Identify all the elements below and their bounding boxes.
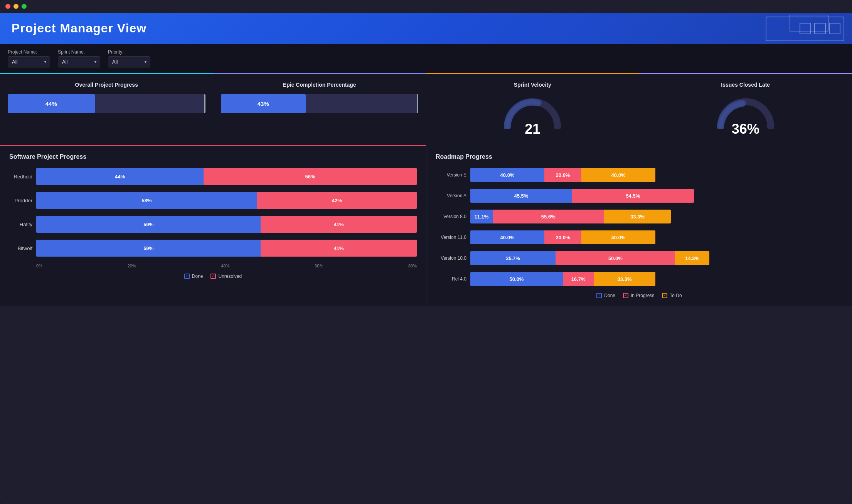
project-name-label: Project Name: [8, 49, 50, 55]
priority-select[interactable]: All [108, 56, 150, 67]
bar-todo: 14.3% [675, 251, 709, 265]
legend-done-label: Done [604, 293, 615, 298]
kpi-issues-closed-late: Issues Closed Late 36% [639, 73, 852, 145]
bar-done-prodder: 58% [36, 192, 257, 209]
bar-in-progress: 16.7% [563, 272, 594, 286]
bar-in-progress: 55.6% [493, 210, 604, 223]
bar-done-redhold: 44% [36, 168, 204, 185]
maximize-button[interactable] [22, 4, 27, 9]
legend-check-in-progress: ✓ [623, 293, 628, 298]
bar-done-bitwolf: 59% [36, 240, 261, 257]
overall-progress-title: Overall Project Progress [75, 82, 138, 88]
roadmap-label-version-8: Version 8.0 [436, 214, 466, 219]
bar-track-redhold: 44% 56% [36, 168, 417, 185]
sprint-name-select[interactable]: All [58, 56, 100, 67]
project-name-select[interactable]: All [8, 56, 50, 67]
window-chrome: Project Manager View Project Name: All S… [0, 0, 852, 504]
kpi-sprint-velocity: Sprint Velocity 21 [426, 73, 639, 145]
epic-completion-bar-fill: 43% [221, 94, 306, 113]
priority-select-wrapper: All [108, 56, 150, 67]
bar-unresolved-bitwolf: 41% [261, 240, 417, 257]
bar-label-hatity: Hatity [9, 222, 32, 227]
legend-check-todo: ✓ [662, 293, 667, 298]
priority-label: Priority: [108, 49, 150, 55]
roadmap-track-version-a: 45.5% 54.5% [470, 189, 694, 203]
bar-label-redhold: Redhold [9, 174, 32, 180]
kpi-epic-completion: Epic Completion Percentage 43% [213, 73, 426, 145]
axis-label: 20% [128, 264, 136, 268]
bar-done: 35.7% [470, 251, 556, 265]
sprint-name-select-wrapper: All [58, 56, 100, 67]
page-title: Project Manager View [12, 21, 840, 35]
filter-group-priority: Priority: All [108, 49, 150, 67]
legend-item-unresolved: ✓ Unresolved [210, 274, 242, 279]
epic-completion-title: Epic Completion Percentage [283, 82, 356, 88]
bar-done: 40.0% [470, 168, 544, 182]
kpi-overall-progress: Overall Project Progress 44% [0, 73, 213, 145]
epic-completion-bar-container: 43% [221, 94, 419, 113]
roadmap-label-version-a: Version A [436, 193, 466, 198]
legend-item-done: ✓ Done [184, 274, 203, 279]
table-row: Prodder 58% 42% [9, 192, 417, 209]
overall-progress-border [204, 94, 205, 113]
sprint-velocity-gauge: 21 [502, 94, 563, 137]
bar-done-hatity: 59% [36, 216, 261, 233]
epic-completion-value: 43% [258, 101, 269, 107]
bar-in-progress: 54.5% [572, 189, 694, 203]
axis-label: 60% [315, 264, 323, 268]
bar-unresolved-hatity: 41% [261, 216, 417, 233]
filters-bar: Project Name: All Sprint Name: All Prior… [0, 44, 852, 73]
table-row: Rel 4.0 50.0% 16.7% 33.3% [436, 272, 843, 286]
software-progress-title: Software Project Progress [9, 153, 417, 160]
close-button[interactable] [5, 4, 10, 9]
bar-unresolved-prodder: 42% [257, 192, 417, 209]
overall-progress-bar-container: 44% [8, 94, 205, 113]
software-bar-chart: Redhold 44% 56% Prodder 58% 42% [9, 168, 417, 268]
table-row: Version 11.0 40.0% 20.0% 40.0% [436, 230, 843, 244]
deco-square-1 [800, 23, 811, 34]
bar-done: 11.1% [470, 210, 493, 223]
software-legend: ✓ Done ✓ Unresolved [9, 274, 417, 279]
bar-in-progress: 20.0% [544, 230, 581, 244]
legend-item-todo: ✓ To Do [662, 293, 682, 298]
bar-track-prodder: 58% 42% [36, 192, 417, 209]
roadmap-track-version-11: 40.0% 20.0% 40.0% [470, 230, 655, 244]
roadmap-track-version-8: 11.1% 55.6% 33.3% [470, 210, 671, 223]
legend-item-done: ✓ Done [596, 293, 615, 298]
bar-in-progress: 50.0% [556, 251, 675, 265]
issues-closed-late-title: Issues Closed Late [721, 82, 770, 88]
filter-group-sprint: Sprint Name: All [58, 49, 100, 67]
legend-todo-label: To Do [670, 293, 682, 298]
legend-check-done: ✓ [184, 274, 190, 279]
header-banner: Project Manager View [0, 13, 852, 44]
table-row: Version E 40.0% 20.0% 40.0% [436, 168, 843, 182]
bar-label-bitwolf: Bitwolf [9, 245, 32, 251]
legend-item-in-progress: ✓ In Progress [623, 293, 654, 298]
bar-label-prodder: Prodder [9, 198, 32, 203]
bar-unresolved-redhold: 56% [204, 168, 417, 185]
sprint-velocity-value: 21 [525, 121, 540, 137]
issues-closed-late-gauge: 36% [715, 94, 776, 137]
roadmap-label-version-11: Version 11.0 [436, 235, 466, 240]
overall-progress-value: 44% [45, 101, 57, 107]
sprint-name-label: Sprint Name: [58, 49, 100, 55]
software-axis-labels: 0% 20% 40% 60% 80% [9, 264, 417, 268]
bar-in-progress: 20.0% [544, 168, 581, 182]
kpi-row: Overall Project Progress 44% Epic Comple… [0, 73, 852, 145]
legend-in-progress-label: In Progress [631, 293, 654, 298]
bar-done: 45.5% [470, 189, 572, 203]
table-row: Redhold 44% 56% [9, 168, 417, 185]
bar-track-bitwolf: 59% 41% [36, 240, 417, 257]
table-row: Hatity 59% 41% [9, 216, 417, 233]
bar-track-hatity: 59% 41% [36, 216, 417, 233]
roadmap-label-rel-4: Rel 4.0 [436, 276, 466, 282]
title-bar [0, 0, 852, 13]
roadmap-track-rel-4: 50.0% 16.7% 33.3% [470, 272, 655, 286]
legend-check-unresolved: ✓ [210, 274, 216, 279]
sprint-velocity-title: Sprint Velocity [514, 82, 551, 88]
charts-row: Software Project Progress Redhold 44% 56… [0, 145, 852, 306]
table-row: Version A 45.5% 54.5% [436, 189, 843, 203]
header-decoration [800, 23, 840, 34]
legend-done-label: Done [192, 274, 203, 279]
minimize-button[interactable] [13, 4, 19, 9]
